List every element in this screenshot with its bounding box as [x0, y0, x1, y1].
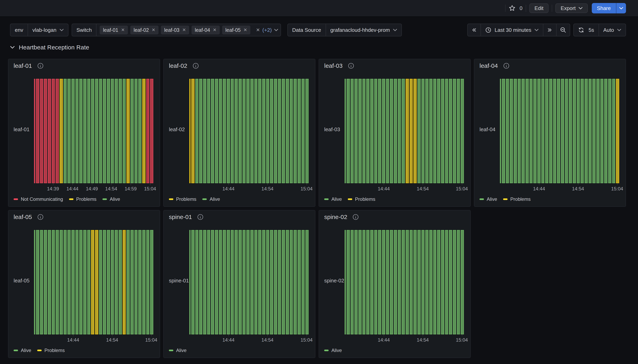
- state-bar-alive[interactable]: [219, 79, 222, 183]
- remove-tag-icon[interactable]: ✕: [244, 28, 247, 32]
- legend-item-not_communicating[interactable]: Not Communicating: [14, 196, 63, 202]
- state-bar-alive[interactable]: [107, 79, 110, 183]
- state-bar-alive[interactable]: [290, 230, 293, 334]
- state-bar-alive[interactable]: [64, 79, 67, 183]
- state-bar-alive[interactable]: [370, 230, 373, 334]
- state-bar-alive[interactable]: [525, 79, 529, 183]
- switch-more-values[interactable]: ✕ (+2): [254, 24, 281, 36]
- state-bar-alive[interactable]: [286, 79, 289, 183]
- time-shift-forward-button[interactable]: [543, 24, 556, 36]
- state-bar-alive[interactable]: [441, 79, 444, 183]
- state-bar-alive[interactable]: [378, 230, 381, 334]
- state-bar-alive[interactable]: [239, 79, 242, 183]
- state-bar-alive[interactable]: [425, 230, 428, 334]
- edit-button[interactable]: Edit: [529, 4, 549, 13]
- env-variable-value[interactable]: vlab-logan: [28, 24, 68, 36]
- state-bar-alive[interactable]: [258, 230, 261, 334]
- switch-tag[interactable]: leaf-04✕: [192, 26, 220, 34]
- state-bar-alive[interactable]: [123, 79, 126, 183]
- legend-label[interactable]: Not Communicating: [21, 196, 63, 202]
- state-bar-alive[interactable]: [76, 230, 79, 334]
- legend-item-problems[interactable]: Problems: [348, 196, 375, 202]
- state-bar-alive[interactable]: [191, 230, 195, 334]
- state-bar-alive[interactable]: [87, 230, 91, 334]
- state-bar-alive[interactable]: [441, 230, 444, 334]
- switch-tag[interactable]: leaf-05✕: [222, 26, 250, 34]
- state-bar-problems[interactable]: [127, 79, 130, 183]
- state-bar-alive[interactable]: [203, 79, 206, 183]
- row-collapse-chevron-icon[interactable]: [10, 46, 15, 49]
- share-dropdown-caret[interactable]: [616, 3, 626, 14]
- state-bar-alive[interactable]: [282, 79, 285, 183]
- panel-title[interactable]: leaf-01: [14, 62, 32, 69]
- state-timeline-plot[interactable]: [345, 79, 464, 183]
- state-bar-alive[interactable]: [413, 230, 417, 334]
- state-bar-alive[interactable]: [573, 79, 576, 183]
- state-bar-alive[interactable]: [398, 79, 401, 183]
- state-bar-alive[interactable]: [429, 230, 432, 334]
- state-bar-alive[interactable]: [294, 79, 297, 183]
- state-bar-alive[interactable]: [60, 230, 63, 334]
- state-bar-alive[interactable]: [199, 230, 202, 334]
- state-bar-alive[interactable]: [604, 79, 607, 183]
- state-bar-alive[interactable]: [506, 79, 509, 183]
- time-shift-back-button[interactable]: [468, 24, 480, 36]
- state-bar-alive[interactable]: [262, 230, 265, 334]
- state-bar-alive[interactable]: [298, 230, 301, 334]
- state-bar-alive[interactable]: [500, 79, 501, 183]
- share-button-label[interactable]: Share: [592, 3, 616, 14]
- state-bar-alive[interactable]: [115, 79, 118, 183]
- state-bar-alive[interactable]: [305, 79, 309, 183]
- state-bar-alive[interactable]: [235, 230, 238, 334]
- refresh-button[interactable]: 5s: [574, 24, 598, 36]
- state-bar-alive[interactable]: [103, 230, 106, 334]
- state-bar-alive[interactable]: [457, 230, 460, 334]
- state-bar-alive[interactable]: [561, 79, 564, 183]
- info-icon[interactable]: [37, 214, 44, 220]
- state-bar-alive[interactable]: [219, 230, 222, 334]
- state-bar-not_communicating[interactable]: [146, 79, 150, 183]
- state-bar-alive[interactable]: [95, 79, 98, 183]
- state-bar-alive[interactable]: [425, 79, 428, 183]
- state-bar-alive[interactable]: [545, 79, 548, 183]
- state-bar-alive[interactable]: [565, 79, 568, 183]
- state-bar-alive[interactable]: [433, 79, 436, 183]
- share-button[interactable]: Share: [592, 3, 626, 14]
- state-bar-alive[interactable]: [390, 230, 393, 334]
- state-bar-problems[interactable]: [95, 230, 98, 334]
- state-bar-alive[interactable]: [231, 230, 234, 334]
- state-bar-alive[interactable]: [358, 230, 362, 334]
- state-bar-alive[interactable]: [345, 79, 346, 183]
- state-bar-problems[interactable]: [616, 79, 619, 183]
- state-bar-alive[interactable]: [150, 230, 153, 334]
- state-bar-alive[interactable]: [195, 230, 199, 334]
- star-icon[interactable]: [509, 5, 515, 12]
- state-bar-alive[interactable]: [529, 79, 533, 183]
- legend-item-alive[interactable]: Alive: [324, 196, 342, 202]
- state-bar-alive[interactable]: [354, 79, 358, 183]
- state-bar-alive[interactable]: [445, 230, 448, 334]
- state-bar-alive[interactable]: [433, 230, 436, 334]
- state-bar-alive[interactable]: [461, 230, 464, 334]
- legend-item-alive[interactable]: Alive: [14, 348, 31, 353]
- state-bar-problems[interactable]: [123, 230, 126, 334]
- legend-item-alive[interactable]: Alive: [324, 348, 342, 353]
- state-bar-problems[interactable]: [91, 230, 94, 334]
- state-bar-alive[interactable]: [250, 79, 254, 183]
- state-bar-alive[interactable]: [131, 230, 134, 334]
- legend-label[interactable]: Alive: [110, 196, 120, 202]
- state-bar-alive[interactable]: [390, 79, 393, 183]
- state-bar-alive[interactable]: [282, 230, 285, 334]
- state-bar-alive[interactable]: [127, 230, 130, 334]
- state-bar-not_communicating[interactable]: [36, 79, 39, 183]
- state-bar-alive[interactable]: [211, 230, 214, 334]
- state-bar-alive[interactable]: [533, 79, 536, 183]
- state-bar-alive[interactable]: [417, 230, 421, 334]
- state-bar-alive[interactable]: [274, 79, 277, 183]
- state-bar-alive[interactable]: [569, 79, 572, 183]
- state-bar-alive[interactable]: [608, 79, 611, 183]
- state-bar-alive[interactable]: [34, 230, 35, 334]
- state-bar-alive[interactable]: [510, 79, 513, 183]
- state-bar-alive[interactable]: [278, 230, 281, 334]
- state-bar-alive[interactable]: [99, 79, 102, 183]
